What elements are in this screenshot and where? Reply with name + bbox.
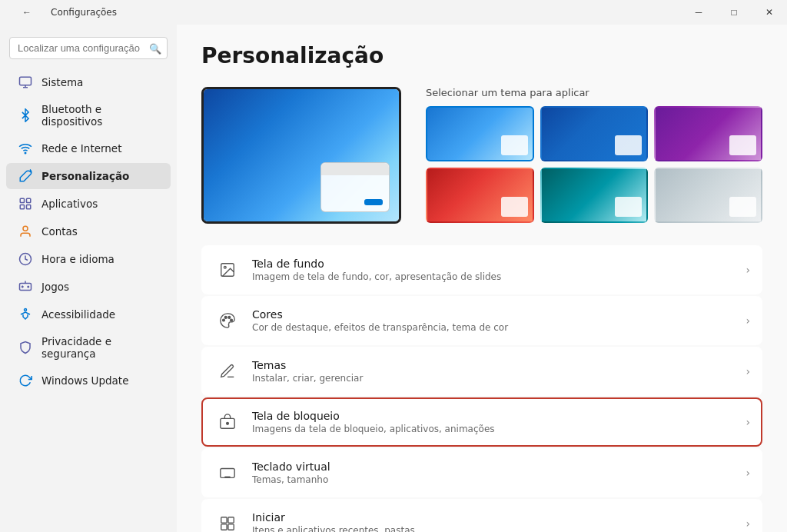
svg-rect-0	[20, 77, 32, 85]
sidebar-label-hora: Hora e idioma	[42, 253, 115, 265]
sidebar-label-aplicativos: Aplicativos	[42, 198, 98, 210]
settings-item-tela-fundo[interactable]: Tela de fundo Imagem de tela de fundo, c…	[201, 245, 762, 294]
theme-option-6[interactable]	[654, 168, 762, 223]
settings-item-subtitle-tela-bloqueio: Imagens da tela de bloqueio, aplicativos…	[252, 424, 739, 434]
sidebar-item-aplicativos[interactable]: Aplicativos	[6, 191, 171, 217]
preview-background	[204, 89, 399, 221]
svg-point-12	[28, 286, 29, 288]
settings-item-title-teclado: Teclado virtual	[252, 461, 739, 473]
preview-window	[320, 162, 390, 212]
sidebar-label-personalizacao: Personalização	[42, 170, 129, 182]
settings-item-title-tela-fundo: Tela de fundo	[252, 258, 739, 270]
theme-option-3[interactable]	[654, 106, 762, 161]
titlebar: ← Configurações ─ □ ✕	[0, 0, 787, 25]
app-body: 🔍 Sistema Bluetooth e dispositivos Rede …	[0, 25, 787, 532]
sidebar-label-bluetooth: Bluetooth e dispositivos	[42, 103, 161, 128]
theme-mini-window-2	[615, 135, 642, 155]
svg-point-20	[228, 317, 231, 319]
sidebar-item-acessibilidade[interactable]: Acessibilidade	[6, 301, 171, 328]
sidebar-label-acessibilidade: Acessibilidade	[42, 308, 115, 321]
sidebar-item-hora[interactable]: Hora e idioma	[6, 246, 171, 272]
chevron-right-icon-cores: ›	[745, 314, 750, 327]
app-title: Configurações	[51, 7, 117, 18]
chevron-right-icon-iniciar: ›	[745, 517, 750, 530]
sidebar-item-jogos[interactable]: Jogos	[6, 274, 171, 300]
theme-area: Selecionar um tema para aplicar	[201, 87, 762, 224]
sidebar-item-personalizacao[interactable]: Personalização	[6, 163, 171, 189]
settings-item-temas[interactable]: Temas Instalar, criar, gerenciar ›	[201, 347, 762, 396]
settings-item-subtitle-temas: Instalar, criar, gerenciar	[252, 373, 739, 384]
svg-rect-5	[27, 198, 31, 202]
sidebar-item-rede[interactable]: Rede e Internet	[6, 135, 171, 161]
svg-rect-34	[221, 517, 227, 523]
apps-icon	[18, 197, 32, 211]
settings-item-title-tela-bloqueio: Tela de bloqueio	[252, 410, 739, 422]
sidebar-item-bluetooth[interactable]: Bluetooth e dispositivos	[6, 97, 171, 134]
theme-mini-window-5	[615, 197, 642, 217]
theme-preview	[201, 87, 401, 224]
svg-point-3	[25, 152, 26, 154]
sidebar-label-jogos: Jogos	[42, 281, 69, 293]
start-icon	[214, 510, 241, 532]
settings-list: Tela de fundo Imagem de tela de fundo, c…	[201, 245, 762, 532]
svg-rect-4	[20, 198, 24, 202]
game-icon	[18, 280, 32, 294]
chevron-right-icon-tela-fundo: ›	[745, 264, 750, 276]
settings-item-subtitle-teclado: Temas, tamanho	[252, 474, 739, 485]
svg-rect-6	[20, 205, 24, 209]
svg-rect-36	[221, 524, 227, 530]
svg-point-18	[223, 319, 225, 321]
sidebar-item-privacidade[interactable]: Privacidade e segurança	[6, 329, 171, 366]
search-container: 🔍	[9, 37, 168, 59]
sidebar-label-privacidade: Privacidade e segurança	[42, 335, 161, 360]
theme-option-2[interactable]	[540, 106, 649, 161]
image-icon	[214, 256, 241, 284]
chevron-right-icon-teclado: ›	[745, 467, 750, 479]
wifi-icon	[18, 141, 32, 155]
theme-grid	[426, 106, 762, 223]
theme-mini-window-3	[729, 135, 756, 155]
svg-point-23	[227, 422, 229, 424]
theme-mini-window-6	[729, 197, 756, 217]
clock-icon	[18, 252, 32, 266]
sidebar-item-contas[interactable]: Contas	[6, 218, 171, 244]
settings-item-teclado[interactable]: Teclado virtual Temas, tamanho ›	[201, 448, 762, 497]
settings-item-cores[interactable]: Cores Cor de destaque, efeitos de transp…	[201, 296, 762, 345]
sidebar-item-sistema[interactable]: Sistema	[6, 69, 171, 95]
window-controls: ─ □ ✕	[681, 0, 787, 25]
chevron-right-icon-temas: ›	[745, 365, 750, 377]
theme-option-4[interactable]	[426, 168, 534, 223]
theme-option-1[interactable]	[426, 106, 534, 161]
sidebar-label-contas: Contas	[42, 225, 78, 238]
svg-rect-7	[27, 205, 31, 209]
accessibility-icon	[18, 308, 32, 321]
minimize-button[interactable]: ─	[681, 0, 716, 25]
chevron-right-icon-tela-bloqueio: ›	[745, 416, 750, 428]
sidebar-item-update[interactable]: Windows Update	[6, 367, 171, 394]
close-button[interactable]: ✕	[752, 0, 787, 25]
settings-item-subtitle-iniciar: Itens e aplicativos recentes, pastas	[252, 525, 739, 532]
update-icon	[18, 374, 32, 387]
theme-option-5[interactable]	[540, 168, 649, 223]
back-button[interactable]: ←	[9, 0, 45, 25]
settings-item-iniciar[interactable]: Iniciar Itens e aplicativos recentes, pa…	[201, 499, 762, 532]
settings-item-text-tela-bloqueio: Tela de bloqueio Imagens da tela de bloq…	[252, 410, 739, 434]
settings-item-title-temas: Temas	[252, 359, 739, 371]
svg-point-21	[231, 319, 233, 321]
sidebar-label-update: Windows Update	[42, 374, 128, 387]
svg-rect-35	[228, 517, 234, 523]
settings-item-text-iniciar: Iniciar Itens e aplicativos recentes, pa…	[252, 511, 739, 532]
brush-icon	[18, 169, 32, 183]
maximize-button[interactable]: □	[716, 0, 752, 25]
settings-item-tela-bloqueio[interactable]: Tela de bloqueio Imagens da tela de bloq…	[201, 397, 762, 447]
titlebar-left: ← Configurações	[9, 0, 117, 25]
svg-rect-37	[228, 524, 234, 530]
keyboard-icon	[214, 459, 241, 487]
themes-icon	[214, 357, 241, 385]
settings-item-title-cores: Cores	[252, 308, 739, 321]
sidebar: 🔍 Sistema Bluetooth e dispositivos Rede …	[0, 25, 177, 532]
preview-window-button	[364, 199, 383, 205]
theme-mini-window-4	[501, 197, 528, 217]
search-input[interactable]	[9, 37, 168, 59]
main-content: Personalização Selecionar um tema para a…	[177, 25, 787, 532]
